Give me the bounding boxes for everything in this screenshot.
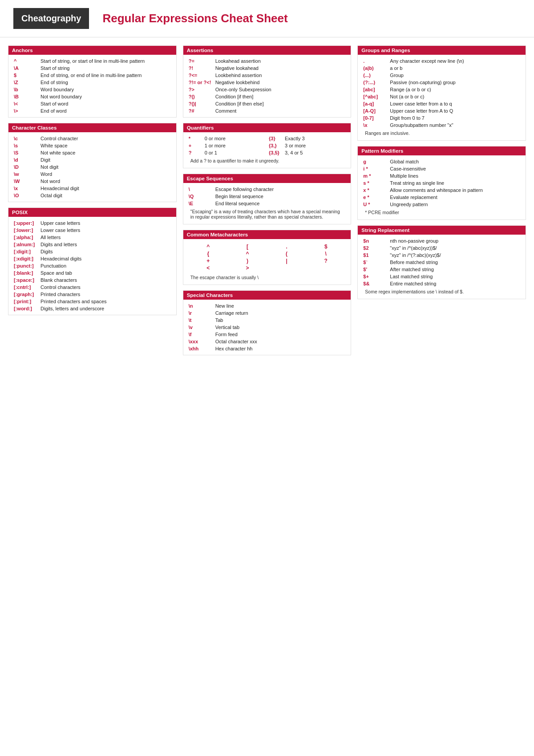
- symbol-cell: \B: [12, 93, 39, 100]
- symbol-cell: \D: [12, 163, 39, 171]
- pattern-modifiers-body: gGlobal matchi *Case-insensitivem *Multi…: [358, 155, 526, 219]
- symbol-cell: \b: [12, 86, 39, 93]
- meta-grid: ^[.${^(\+)|?<>: [187, 242, 348, 273]
- description-cell: Start of string, or start of line in mul…: [39, 57, 173, 65]
- description-cell: Tab: [214, 317, 348, 324]
- meta-char: [269, 265, 304, 271]
- description-cell: Printed characters and spaces: [39, 298, 173, 305]
- anchors-header: Anchors: [8, 46, 176, 55]
- groups-and-ranges-header: Groups and Ranges: [358, 46, 526, 55]
- symbol-cell: ?#: [187, 107, 214, 114]
- escape-sequences-table: \Escape following character\QBegin liter…: [187, 186, 348, 207]
- quantifiers-note: Add a ? to a quantifier to make it ungre…: [187, 156, 348, 165]
- symbol-cell: \x: [361, 122, 388, 129]
- escape-sequences-body: \Escape following character\QBegin liter…: [183, 183, 351, 224]
- symbol-cell: [:space:]: [12, 276, 39, 284]
- table-row: [0-7]Digit from 0 to 7: [361, 114, 522, 122]
- description-cell: Begin literal sequence: [214, 193, 348, 200]
- description-cell: Case-insensitive: [388, 165, 522, 172]
- symbol-cell: [^abc]: [361, 93, 388, 100]
- string-replacement-body: $nnth non-passive group$2"xyz" in /^(abc…: [358, 235, 526, 299]
- description-cell: Vertical tab: [214, 324, 348, 331]
- symbol-cell: [:alpha:]: [12, 234, 39, 241]
- table-row: $End of string, or end of line in multi-…: [12, 72, 173, 79]
- quantifiers-header: Quantifiers: [183, 123, 351, 132]
- description-cell: Negative lookbehind: [214, 79, 348, 86]
- section-character-classes: Character Classes \cControl character\sW…: [8, 123, 177, 202]
- description-cell: "xyz" in /^(?:abc)(xyz)$/: [388, 252, 522, 259]
- table-row: [:space:]Blank characters: [12, 276, 173, 284]
- table-row: \sWhite space: [12, 142, 173, 149]
- symbol-cell: \Z: [12, 79, 39, 86]
- groups-note: Ranges are inclusive.: [361, 129, 522, 138]
- symbol-cell: \W: [12, 178, 39, 185]
- meta-char: {: [190, 251, 226, 257]
- table-row: \>End of word: [12, 107, 173, 114]
- table-row: \EEnd literal sequence: [187, 200, 348, 207]
- description-cell: Word boundary: [39, 86, 173, 93]
- groups-and-ranges-table: .Any character except new line (\n)(a|b)…: [361, 57, 522, 129]
- symbol-cell: ?!= or ?<!: [187, 79, 214, 86]
- table-row: \xHexadecimal digit: [12, 185, 173, 192]
- table-row: [:xdigit:]Hexadecimal digits: [12, 255, 173, 262]
- symbol-cell: \n: [187, 302, 214, 309]
- symbol-cell: [:cntrl:]: [12, 284, 39, 291]
- symbol-cell: [:digit:]: [12, 248, 39, 255]
- common-metacharacters-body: ^[.${^(\+)|?<> The escape character is u…: [183, 239, 351, 285]
- symbol-cell: m *: [361, 172, 388, 179]
- symbol-cell: ?=: [187, 57, 214, 65]
- table-row: [:word:]Digits, letters and underscore: [12, 305, 173, 312]
- posix-header: POSIX: [8, 208, 176, 217]
- description-cell: Not white space: [39, 149, 173, 156]
- symbol-cell: [:punct:]: [12, 262, 39, 269]
- description-cell: Condition [if then else]: [214, 100, 348, 107]
- description-cell: Word: [39, 171, 173, 178]
- description-cell: Multiple lines: [388, 172, 522, 179]
- meta-char: ?: [308, 258, 344, 264]
- meta-char: [308, 265, 344, 271]
- symbol-cell: s *: [361, 179, 388, 187]
- symbol-cell: i *: [361, 165, 388, 172]
- table-row: \cControl character: [12, 135, 173, 142]
- table-row: x *Allow comments and whitespace in patt…: [361, 187, 522, 194]
- description-cell: Comment: [214, 107, 348, 114]
- symbol-cell: [:alnum:]: [12, 241, 39, 248]
- description-cell: Hexadecimal digit: [39, 185, 173, 192]
- table-row: ?!Negative lookahead: [187, 65, 348, 72]
- table-row: i *Case-insensitive: [361, 165, 522, 172]
- col-left: Anchors ^Start of string, or start of li…: [8, 45, 177, 355]
- section-anchors: Anchors ^Start of string, or start of li…: [8, 45, 177, 118]
- description-cell: Hexadecimal digits: [39, 255, 173, 262]
- description-cell: Evaluate replacement: [388, 194, 522, 201]
- description-cell: Group: [388, 72, 522, 79]
- table-row: \fForm feed: [187, 331, 348, 338]
- symbol-cell: \>: [12, 107, 39, 114]
- symbol-cell: \t: [187, 317, 214, 324]
- section-pattern-modifiers: Pattern Modifiers gGlobal matchi *Case-i…: [357, 146, 526, 220]
- meta-char: ^: [230, 251, 265, 257]
- description-cell: Escape following character: [214, 186, 348, 193]
- description-cell: Last matched string: [388, 273, 522, 280]
- description-cell: Digit from 0 to 7: [388, 114, 522, 122]
- description-cell: Hex character hh: [214, 345, 348, 352]
- table-row: \tTab: [187, 317, 348, 324]
- table-row: ?()Condition [if then]: [187, 93, 348, 100]
- description-cell: White space: [39, 142, 173, 149]
- character-classes-body: \cControl character\sWhite space\SNot wh…: [8, 132, 176, 202]
- table-row: [:cntrl:]Control characters: [12, 284, 173, 291]
- description-cell: Start of string: [39, 65, 173, 72]
- description-cell: Lower case letters: [39, 227, 173, 234]
- table-row: s *Treat string as single line: [361, 179, 522, 187]
- description-cell: Condition [if then]: [214, 93, 348, 100]
- symbol-cell: \d: [12, 156, 39, 163]
- description-cell: Entire matched string: [388, 280, 522, 287]
- meta-char: .: [269, 244, 304, 250]
- symbol-cell: $: [12, 72, 39, 79]
- meta-char: [: [230, 244, 265, 250]
- assertions-table: ?=Lookahead assertion?!Negative lookahea…: [187, 57, 348, 114]
- section-special-characters: Special Characters \nNew line\rCarriage …: [183, 290, 352, 355]
- description-cell: Once-only Subexpression: [214, 86, 348, 93]
- description-cell: Lookahead assertion: [214, 57, 348, 65]
- table-row: \<Start of word: [12, 100, 173, 107]
- pattern-modifiers-table: gGlobal matchi *Case-insensitivem *Multi…: [361, 158, 522, 208]
